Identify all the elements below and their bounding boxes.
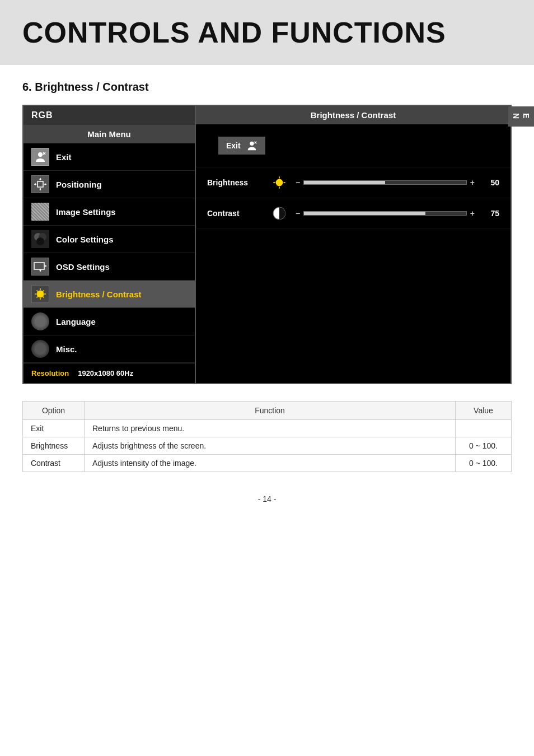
- brightness-icon: [31, 285, 49, 303]
- table-cell-value: [456, 420, 512, 437]
- menu-item-exit[interactable]: Exit: [24, 143, 195, 171]
- svg-line-27: [43, 291, 44, 292]
- brightness-row-icon: [271, 174, 288, 191]
- color-settings-label: Color Settings: [56, 235, 114, 244]
- submenu-title: Brightness / Contrast: [196, 106, 510, 124]
- submenu-panel: Brightness / Contrast Exit Brightness: [196, 105, 512, 384]
- misc-label: Misc.: [56, 344, 77, 354]
- side-tab: E N: [508, 106, 534, 127]
- image-settings-label: Image Settings: [56, 207, 116, 217]
- svg-marker-9: [39, 189, 41, 190]
- svg-marker-11: [45, 183, 46, 185]
- table-row: ContrastAdjusts intensity of the image.0…: [23, 455, 512, 472]
- page-header: CONTROLS AND FUNCTIONS: [0, 0, 534, 65]
- misc-icon: [31, 340, 49, 358]
- submenu-exit-row[interactable]: Exit: [196, 124, 510, 167]
- contrast-fill: [304, 212, 425, 215]
- menu-item-osd-settings[interactable]: OSD Settings: [24, 253, 195, 281]
- side-tab-e: E: [522, 113, 531, 119]
- table-cell-function: Returns to previous menu.: [85, 420, 456, 437]
- brightness-row-label: Brightness: [207, 178, 263, 187]
- svg-point-29: [250, 142, 254, 146]
- side-tab-n: N: [512, 113, 521, 120]
- exit-icon: [31, 148, 49, 166]
- table-header-function: Function: [85, 402, 456, 420]
- svg-marker-8: [39, 178, 41, 180]
- table-header-value: Value: [456, 402, 512, 420]
- brightness-slider[interactable]: − +: [296, 178, 475, 187]
- submenu-contrast-row: Contrast − + 75: [196, 198, 510, 229]
- menu-item-misc[interactable]: Misc.: [24, 335, 195, 363]
- language-label: Language: [56, 317, 96, 326]
- svg-rect-3: [38, 181, 43, 187]
- svg-point-14: [36, 237, 44, 245]
- contrast-slider[interactable]: − +: [296, 209, 475, 218]
- contrast-track: [303, 211, 467, 216]
- svg-line-25: [37, 291, 38, 292]
- svg-point-32: [276, 179, 283, 186]
- menu-item-color-settings[interactable]: Color Settings: [24, 226, 195, 253]
- brightness-plus: +: [470, 178, 475, 187]
- menu-item-language[interactable]: Language: [24, 308, 195, 335]
- positioning-icon: [31, 175, 49, 193]
- menu-item-brightness-contrast[interactable]: Brightness / Contrast: [24, 281, 195, 308]
- svg-line-28: [37, 296, 38, 297]
- brightness-fill: [304, 181, 385, 184]
- section-title: 6. Brightness / Contrast: [22, 81, 512, 94]
- svg-rect-15: [34, 263, 44, 269]
- table-cell-function: Adjusts brightness of the screen.: [85, 437, 456, 455]
- submenu-exit-button[interactable]: Exit: [218, 137, 265, 155]
- color-icon: [31, 230, 49, 248]
- language-icon: [31, 312, 49, 330]
- svg-point-20: [37, 291, 44, 297]
- table-cell-value: 0 ~ 100.: [456, 437, 512, 455]
- data-table: Option Function Value ExitReturns to pre…: [22, 401, 512, 472]
- table-cell-value: 0 ~ 100.: [456, 455, 512, 472]
- contrast-row-icon: [271, 205, 288, 222]
- exit-label: Exit: [56, 152, 72, 162]
- brightness-contrast-label: Brightness / Contrast: [56, 290, 142, 299]
- table-cell-option: Contrast: [23, 455, 85, 472]
- svg-point-0: [38, 152, 43, 157]
- brightness-minus: −: [296, 178, 300, 187]
- submenu-exit-label: Exit: [226, 141, 241, 150]
- table-row: ExitReturns to previous menu.: [23, 420, 512, 437]
- osd-settings-label: OSD Settings: [56, 262, 110, 272]
- page-footer: - 14 -: [0, 494, 534, 515]
- rgb-header: RGB: [24, 106, 195, 125]
- submenu-brightness-row: Brightness − + 50: [196, 167, 510, 198]
- resolution-bar: Resolution 1920x1080 60Hz: [24, 363, 195, 383]
- menu-panel: RGB Main Menu Exit: [22, 105, 196, 384]
- menu-item-positioning[interactable]: Positioning: [24, 171, 195, 198]
- table-cell-option: Brightness: [23, 437, 85, 455]
- image-icon: [31, 203, 49, 221]
- osd-icon: [31, 258, 49, 276]
- table-row: BrightnessAdjusts brightness of the scre…: [23, 437, 512, 455]
- svg-marker-10: [34, 183, 36, 185]
- main-menu-label: Main Menu: [24, 125, 195, 143]
- positioning-label: Positioning: [56, 180, 102, 189]
- svg-marker-17: [45, 265, 46, 267]
- resolution-value: 1920x1080 60Hz: [78, 369, 133, 377]
- page-number: - 14 -: [258, 494, 277, 503]
- page-title: CONTROLS AND FUNCTIONS: [22, 16, 512, 49]
- svg-line-26: [43, 296, 44, 297]
- menu-item-image-settings[interactable]: Image Settings: [24, 198, 195, 226]
- svg-marker-19: [39, 270, 41, 272]
- table-cell-function: Adjusts intensity of the image.: [85, 455, 456, 472]
- brightness-value: 50: [483, 178, 499, 187]
- table-header-option: Option: [23, 402, 85, 420]
- brightness-track: [303, 180, 467, 185]
- contrast-row-label: Contrast: [207, 209, 263, 218]
- contrast-value: 75: [483, 209, 499, 218]
- main-content: 6. Brightness / Contrast RGB Main Menu E…: [0, 81, 534, 472]
- table-cell-option: Exit: [23, 420, 85, 437]
- submenu-spacer: [196, 229, 510, 383]
- resolution-label: Resolution: [31, 369, 69, 377]
- osd-container: RGB Main Menu Exit: [22, 105, 512, 384]
- contrast-minus: −: [296, 209, 300, 218]
- contrast-plus: +: [470, 209, 475, 218]
